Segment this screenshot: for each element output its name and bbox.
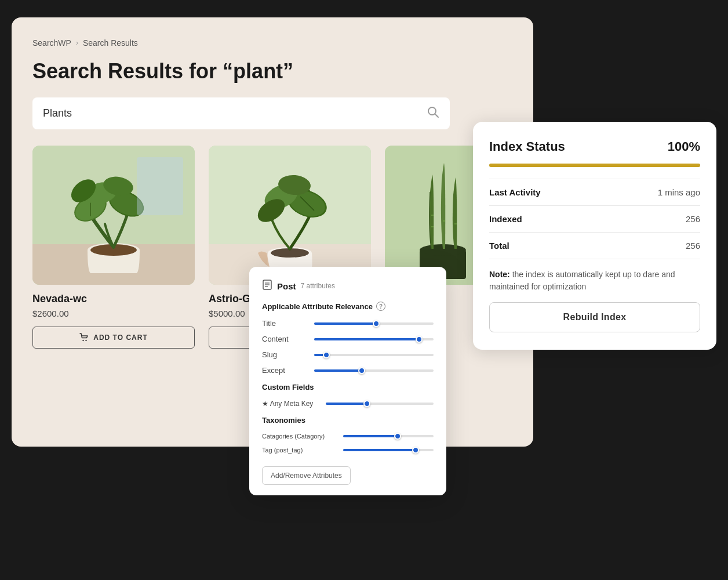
help-icon[interactable]: ? (376, 302, 385, 311)
post-attrs: 7 attributes (301, 282, 335, 290)
slider-track-content[interactable] (314, 338, 434, 340)
taxonomies-title: Taxonomies (262, 416, 434, 425)
product-image-2 (209, 146, 371, 285)
slider-track-meta[interactable] (326, 403, 434, 405)
applicable-attributes-title: Applicable Attribute Relevance ? (262, 302, 434, 311)
attr-name-except: Except (262, 366, 308, 375)
breadcrumb: SearchWP › Search Results (32, 38, 512, 48)
attr-name-content: Content (262, 335, 308, 343)
attr-name-slug: Slug (262, 350, 308, 359)
progress-bar-fill (489, 164, 700, 167)
index-note-text: the index is automatically kept up to da… (489, 270, 675, 291)
progress-bar-container (489, 164, 700, 167)
stat-row-activity: Last Activity 1 mins ago (489, 179, 700, 206)
stat-row-indexed: Indexed 256 (489, 206, 700, 233)
product-price-1: $2600.00 (32, 309, 195, 318)
breadcrumb-current: Search Results (83, 38, 138, 48)
svg-point-16 (86, 340, 87, 341)
svg-line-1 (435, 114, 439, 118)
popup-header: Post 7 attributes (262, 280, 434, 292)
index-note: Note: the index is automatically kept up… (489, 259, 700, 302)
slider-track-categories[interactable] (343, 435, 434, 437)
attribute-row-tag: Tag (post_tag) (262, 447, 434, 454)
svg-rect-14 (137, 157, 183, 215)
index-title: Index Status (489, 139, 565, 154)
add-to-cart-button-1[interactable]: ADD TO CART (32, 327, 195, 349)
post-icon (262, 280, 272, 292)
slider-track-slug[interactable] (314, 354, 434, 356)
attribute-row-categories: Catagories (Catagory) (262, 433, 434, 440)
index-panel: Index Status 100% Last Activity 1 mins a… (473, 122, 716, 350)
breadcrumb-parent[interactable]: SearchWP (32, 38, 71, 48)
applicable-attributes-section: Applicable Attribute Relevance ? Title C… (262, 302, 434, 375)
stat-label-indexed: Indexed (489, 214, 522, 224)
rebuild-index-button[interactable]: Rebuild Index (489, 302, 700, 332)
index-stats: Last Activity 1 mins ago Indexed 256 Tot… (489, 179, 700, 259)
search-input[interactable] (43, 107, 427, 119)
stat-value-total: 256 (686, 241, 700, 251)
stat-label-total: Total (489, 241, 509, 251)
slider-track-tag[interactable] (343, 449, 434, 451)
attr-name-categories: Catagories (Catagory) (262, 433, 337, 440)
page-title: Search Results for “plant” (32, 59, 512, 84)
index-note-bold: Note: (489, 270, 510, 279)
attribute-row-content: Content (262, 335, 434, 343)
index-percent: 100% (668, 139, 700, 154)
stat-value-indexed: 256 (686, 214, 700, 224)
add-to-cart-label-1: ADD TO CART (93, 334, 147, 342)
post-label: Post (277, 281, 296, 291)
taxonomies-section: Taxonomies Catagories (Catagory) Tag (po… (262, 416, 434, 454)
add-remove-attributes-button[interactable]: Add/Remove Attributes (262, 466, 351, 485)
stat-label-activity: Last Activity (489, 187, 541, 197)
custom-fields-section: Custom Fields ★ Any Meta Key (262, 383, 434, 408)
attributes-popup: Post 7 attributes Applicable Attribute R… (249, 267, 446, 495)
svg-point-15 (83, 340, 84, 341)
stat-value-activity: 1 mins ago (658, 187, 700, 197)
search-icon[interactable] (427, 106, 439, 121)
index-header: Index Status 100% (489, 139, 700, 154)
attr-name-title: Title (262, 319, 308, 328)
attribute-row-title: Title (262, 319, 434, 328)
product-image-1 (32, 146, 195, 285)
search-box (32, 97, 450, 129)
attr-name-meta: ★ Any Meta Key (262, 400, 320, 408)
slider-track-except[interactable] (314, 369, 434, 372)
attr-name-tag: Tag (post_tag) (262, 447, 337, 454)
breadcrumb-chevron: › (76, 39, 78, 47)
product-card: Nevada-wc $2600.00 ADD TO CART (32, 146, 195, 349)
attribute-row-slug: Slug (262, 350, 434, 359)
attribute-rows: Title Content Slug (262, 319, 434, 375)
attribute-row-except: Except (262, 366, 434, 375)
attribute-row-meta: ★ Any Meta Key (262, 400, 434, 408)
product-name-1: Nevada-wc (32, 293, 195, 305)
stat-row-total: Total 256 (489, 233, 700, 259)
custom-fields-title: Custom Fields (262, 383, 434, 392)
slider-track-title[interactable] (314, 322, 434, 325)
